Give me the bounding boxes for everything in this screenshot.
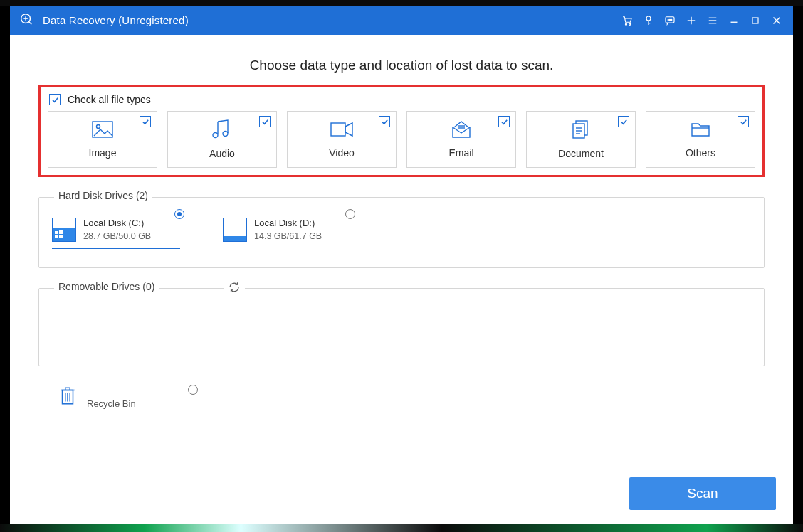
svg-marker-27 xyxy=(345,123,352,136)
key-icon[interactable] xyxy=(638,6,659,35)
svg-line-3 xyxy=(29,21,32,24)
drive-radio-0[interactable] xyxy=(174,209,184,219)
svg-rect-19 xyxy=(752,18,758,23)
hard-disk-legend: Hard Disk Drives (2) xyxy=(54,190,152,201)
check-all-checkbox[interactable] xyxy=(49,94,61,105)
disk-icon xyxy=(223,218,247,242)
file-types-panel: Check all file types ImageAudioVideoEmai… xyxy=(38,85,765,177)
removable-legend: Removable Drives (0) xyxy=(54,281,159,292)
file-type-label: Video xyxy=(329,147,355,159)
audio-checkbox[interactable] xyxy=(259,116,271,127)
drive-name: Local Disk (C:) xyxy=(83,218,151,228)
video-checkbox[interactable] xyxy=(379,116,390,127)
drive-size: 28.7 GB/50.0 GB xyxy=(83,231,151,241)
page-heading: Choose data type and location of lost da… xyxy=(38,58,765,73)
file-type-label: Email xyxy=(448,147,473,159)
removable-group: Removable Drives (0) xyxy=(38,288,765,366)
recycle-bin-label: Recycle Bin xyxy=(87,398,136,409)
file-type-others[interactable]: Others xyxy=(646,111,755,168)
svg-point-25 xyxy=(213,133,218,138)
content-area: Choose data type and location of lost da… xyxy=(10,35,793,524)
cart-icon[interactable] xyxy=(616,6,638,35)
file-type-label: Others xyxy=(686,147,715,159)
video-icon xyxy=(330,120,354,142)
svg-rect-26 xyxy=(331,123,345,136)
feedback-icon[interactable] xyxy=(659,6,681,35)
file-type-image[interactable]: Image xyxy=(48,111,157,168)
app-title: Data Recovery (Unregistered) xyxy=(43,14,189,26)
disk-icon xyxy=(52,218,76,242)
close-icon[interactable] xyxy=(766,6,787,35)
svg-point-11 xyxy=(669,19,670,20)
menu-icon[interactable] xyxy=(702,6,723,35)
svg-point-12 xyxy=(671,19,672,20)
file-type-label: Audio xyxy=(209,148,235,159)
recycle-bin-radio[interactable] xyxy=(188,385,198,395)
others-checkbox[interactable] xyxy=(738,116,749,127)
svg-point-4 xyxy=(625,23,626,25)
check-all-row[interactable]: Check all file types xyxy=(48,91,755,111)
file-type-audio[interactable]: Audio xyxy=(167,111,277,168)
file-type-document[interactable]: Document xyxy=(526,111,636,168)
plus-icon[interactable] xyxy=(681,6,702,35)
drive-size: 14.3 GB/61.7 GB xyxy=(254,231,322,241)
file-type-video[interactable]: Video xyxy=(287,111,397,168)
recycle-bin-row[interactable]: Recycle Bin xyxy=(38,385,765,409)
maximize-icon[interactable] xyxy=(745,6,766,35)
minimize-icon[interactable] xyxy=(723,6,745,35)
titlebar: Data Recovery (Unregistered) xyxy=(10,6,793,35)
svg-point-5 xyxy=(629,23,631,25)
file-type-grid: ImageAudioVideoEmailDocumentOthers xyxy=(48,111,755,168)
image-checkbox[interactable] xyxy=(140,116,151,127)
image-icon xyxy=(91,120,114,142)
svg-rect-36 xyxy=(55,231,58,234)
others-icon xyxy=(689,120,712,142)
drive-0[interactable]: Local Disk (C:)28.7 GB/50.0 GB xyxy=(52,215,180,242)
svg-point-10 xyxy=(668,19,668,20)
scan-button[interactable]: Scan xyxy=(629,477,776,510)
email-icon xyxy=(450,120,473,142)
refresh-icon[interactable] xyxy=(224,281,245,297)
audio-icon xyxy=(211,119,233,142)
svg-point-23 xyxy=(97,125,100,129)
svg-rect-38 xyxy=(55,235,58,238)
svg-rect-39 xyxy=(59,235,63,238)
document-icon xyxy=(570,119,592,142)
drive-radio-1[interactable] xyxy=(345,209,355,219)
email-checkbox[interactable] xyxy=(498,116,510,127)
app-window: Data Recovery (Unregistered) Choose data… xyxy=(10,6,793,524)
hard-disk-drives-row: Local Disk (C:)28.7 GB/50.0 GBLocal Disk… xyxy=(52,215,751,242)
svg-rect-37 xyxy=(59,230,63,234)
file-type-label: Image xyxy=(89,147,117,159)
check-all-label: Check all file types xyxy=(68,94,151,105)
drive-name: Local Disk (D:) xyxy=(254,218,322,228)
svg-point-24 xyxy=(223,132,228,137)
trash-icon xyxy=(58,385,77,409)
svg-point-6 xyxy=(646,16,651,21)
file-type-label: Document xyxy=(558,148,604,159)
drive-1[interactable]: Local Disk (D:)14.3 GB/61.7 GB xyxy=(223,215,351,242)
document-checkbox[interactable] xyxy=(618,116,629,127)
app-logo-icon xyxy=(19,11,34,30)
file-type-email[interactable]: Email xyxy=(406,111,516,168)
hard-disk-group: Hard Disk Drives (2) Local Disk (C:)28.7… xyxy=(38,197,765,268)
